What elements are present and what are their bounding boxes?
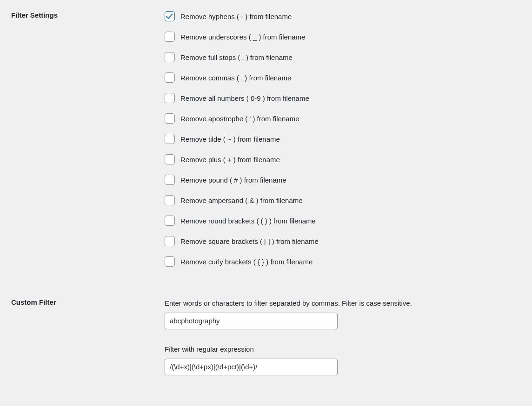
custom-filter-heading: Custom Filter [11, 298, 165, 385]
filter-option-checkbox[interactable] [165, 11, 175, 21]
filter-option-label[interactable]: Remove full stops ( . ) from filename [180, 53, 293, 61]
filter-option-row: Remove all numbers ( 0-9 ) from filename [165, 93, 516, 103]
filter-option-checkbox[interactable] [165, 134, 175, 144]
filter-settings-options: Remove hyphens ( - ) from filenameRemove… [165, 11, 521, 276]
filter-option-label[interactable]: Remove round brackets ( ( ) ) from filen… [180, 217, 316, 225]
filter-option-checkbox[interactable] [165, 195, 175, 205]
filter-option-label[interactable]: Remove pound ( # ) from filename [180, 176, 286, 184]
settings-form-table: Filter Settings Remove hyphens ( - ) fro… [11, 11, 521, 385]
filter-option-label[interactable]: Remove tilde ( ~ ) from filename [180, 135, 280, 143]
filter-option-row: Remove curly brackets ( { } ) from filen… [165, 256, 516, 267]
filter-option-row: Remove commas ( , ) from filename [165, 72, 516, 83]
filter-option-checkbox[interactable] [165, 93, 175, 103]
filter-option-checkbox[interactable] [165, 72, 175, 83]
custom-filter-words-description: Enter words or characters to filter sepa… [165, 298, 516, 309]
filter-option-row: Remove plus ( + ) from filename [165, 154, 516, 164]
section-spacer [11, 276, 521, 298]
filter-option-label[interactable]: Remove apostrophe ( ' ) from filename [180, 115, 299, 123]
custom-filter-words-block: Enter words or characters to filter sepa… [165, 298, 516, 329]
filter-option-row: Remove apostrophe ( ' ) from filename [165, 113, 516, 124]
filter-option-row: Remove square brackets ( [ ] ) from file… [165, 236, 516, 246]
filter-option-checkbox[interactable] [165, 175, 175, 185]
custom-filter-regex-input[interactable] [165, 359, 338, 376]
filter-option-checkbox[interactable] [165, 32, 175, 42]
custom-filter-words-input[interactable] [165, 313, 338, 330]
custom-filter-fields: Enter words or characters to filter sepa… [165, 298, 521, 385]
filter-option-row: Remove pound ( # ) from filename [165, 175, 516, 185]
filter-option-label[interactable]: Remove hyphens ( - ) from filename [180, 13, 292, 20]
filter-option-checkbox[interactable] [165, 113, 175, 124]
filter-option-label[interactable]: Remove curly brackets ( { } ) from filen… [180, 258, 313, 266]
filter-option-row: Remove full stops ( . ) from filename [165, 52, 516, 62]
filter-option-checkbox[interactable] [165, 256, 175, 267]
filter-option-checkbox[interactable] [165, 236, 175, 246]
custom-filter-regex-description: Filter with regular expression [165, 344, 516, 355]
filter-option-label[interactable]: Remove underscores ( _ ) from filename [180, 33, 305, 41]
filter-settings-heading: Filter Settings [11, 11, 165, 276]
filter-option-checkbox[interactable] [165, 154, 175, 164]
filter-option-checkbox[interactable] [165, 52, 175, 62]
filter-option-row: Remove round brackets ( ( ) ) from filen… [165, 216, 516, 226]
custom-filter-regex-block: Filter with regular expression [165, 344, 516, 375]
filter-option-row: Remove tilde ( ~ ) from filename [165, 134, 516, 144]
filter-option-label[interactable]: Remove all numbers ( 0-9 ) from filename [180, 94, 309, 102]
filter-option-label[interactable]: Remove ampersand ( & ) from filename [180, 196, 303, 204]
filter-option-row: Remove ampersand ( & ) from filename [165, 195, 516, 205]
filter-option-label[interactable]: Remove plus ( + ) from filename [180, 156, 280, 164]
filter-option-checkbox[interactable] [165, 216, 175, 226]
filter-option-label[interactable]: Remove square brackets ( [ ] ) from file… [180, 237, 319, 245]
filter-option-label[interactable]: Remove commas ( , ) from filename [180, 74, 291, 82]
filter-option-row: Remove underscores ( _ ) from filename [165, 32, 516, 42]
filter-option-row: Remove hyphens ( - ) from filename [165, 11, 516, 21]
